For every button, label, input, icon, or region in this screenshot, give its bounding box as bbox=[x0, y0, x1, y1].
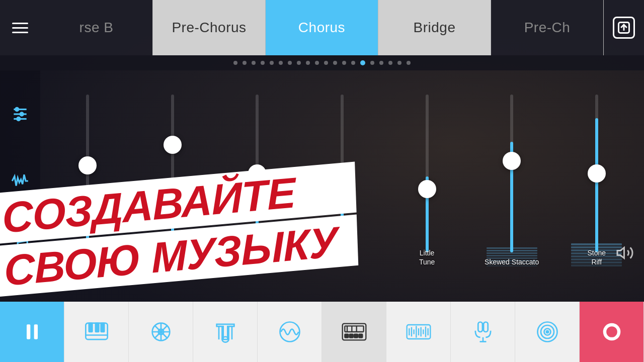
fader-track-6 bbox=[510, 95, 513, 253]
dot bbox=[388, 61, 392, 65]
guitar-button[interactable] bbox=[129, 302, 193, 362]
synth-icon bbox=[277, 319, 303, 345]
dot bbox=[270, 61, 274, 65]
dot bbox=[333, 61, 337, 65]
dot bbox=[243, 61, 247, 65]
dot bbox=[233, 61, 237, 65]
hamburger-line bbox=[12, 32, 28, 33]
svg-rect-49 bbox=[478, 322, 482, 332]
tab-chorus[interactable]: Chorus bbox=[266, 0, 378, 55]
svg-point-5 bbox=[16, 108, 19, 111]
fader-knob-2[interactable] bbox=[164, 136, 182, 154]
fader-knob-5[interactable] bbox=[418, 180, 436, 198]
tab-pre-chorus-2[interactable]: Pre-Ch bbox=[491, 0, 604, 55]
oscillator-icon bbox=[534, 319, 560, 345]
svg-point-7 bbox=[17, 117, 20, 120]
drum-machine-icon bbox=[340, 318, 368, 346]
svg-point-58 bbox=[606, 326, 617, 337]
channel-5: LittleTune bbox=[384, 80, 469, 266]
synth-button[interactable] bbox=[258, 302, 322, 362]
svg-rect-32 bbox=[345, 334, 348, 338]
svg-rect-50 bbox=[484, 322, 488, 332]
record-icon bbox=[599, 319, 625, 345]
fader-container-7 bbox=[554, 80, 639, 266]
dot bbox=[252, 61, 256, 65]
svg-marker-10 bbox=[617, 248, 624, 258]
volume-icon[interactable] bbox=[616, 244, 634, 264]
pause-button[interactable] bbox=[0, 302, 64, 362]
svg-point-56 bbox=[546, 331, 548, 333]
svg-rect-35 bbox=[359, 334, 362, 338]
fader-container-5 bbox=[384, 80, 469, 266]
hamburger-menu[interactable] bbox=[0, 0, 40, 55]
piano-button[interactable] bbox=[64, 302, 129, 362]
tab-bridge[interactable]: Bridge bbox=[378, 0, 491, 55]
dot bbox=[324, 61, 328, 65]
tab-verse-b[interactable]: rse B bbox=[40, 0, 153, 55]
svg-rect-33 bbox=[349, 334, 353, 338]
share-button[interactable] bbox=[604, 0, 644, 55]
section-tabs: rse B Pre-Chorus Chorus Bridge Pre-Ch bbox=[40, 0, 604, 55]
fader-track-7 bbox=[595, 95, 598, 253]
fader-fill-7 bbox=[595, 118, 598, 252]
channel-6: Skewed Staccato bbox=[469, 80, 554, 266]
oscillator-button[interactable] bbox=[515, 302, 580, 362]
dot bbox=[288, 61, 292, 65]
channel-label-5: LittleTune bbox=[384, 248, 469, 266]
page-indicator bbox=[0, 55, 644, 70]
top-navigation: rse B Pre-Chorus Chorus Bridge Pre-Ch bbox=[0, 0, 644, 55]
mixer-icon[interactable] bbox=[11, 105, 30, 124]
share-icon bbox=[613, 17, 635, 39]
hamburger-line bbox=[12, 23, 28, 24]
fader-container-6 bbox=[469, 80, 554, 266]
fader-knob-6[interactable] bbox=[503, 152, 521, 170]
sampler-button[interactable] bbox=[386, 302, 451, 362]
microphone-icon bbox=[470, 319, 496, 345]
dot bbox=[370, 61, 374, 65]
bottom-toolbar bbox=[0, 302, 644, 362]
svg-rect-12 bbox=[34, 324, 37, 339]
svg-rect-17 bbox=[101, 323, 104, 332]
svg-rect-16 bbox=[95, 323, 99, 332]
record-button[interactable] bbox=[580, 302, 644, 362]
microphone-button[interactable] bbox=[451, 302, 515, 362]
promotional-text: СОЗДАВАЙТЕ СВОЮ МУЗЫКУ bbox=[0, 193, 360, 297]
waveform-icon[interactable] bbox=[11, 171, 30, 191]
tab-pre-chorus[interactable]: Pre-Chorus bbox=[153, 0, 266, 55]
guitar-icon bbox=[148, 319, 174, 345]
dot bbox=[306, 61, 310, 65]
fader-knob-7[interactable] bbox=[588, 164, 606, 183]
hamburger-line bbox=[12, 27, 28, 29]
channel-label-6: Skewed Staccato bbox=[469, 257, 554, 266]
dot bbox=[351, 61, 355, 65]
fader-track-5 bbox=[426, 95, 429, 253]
svg-rect-34 bbox=[354, 334, 358, 338]
dot bbox=[407, 61, 411, 65]
dot bbox=[261, 61, 265, 65]
bass-icon bbox=[212, 319, 238, 345]
svg-rect-11 bbox=[27, 324, 30, 339]
dot bbox=[297, 61, 301, 65]
channel-7: StoneRiff bbox=[554, 80, 639, 266]
fader-knob-1[interactable] bbox=[78, 156, 97, 174]
dot bbox=[279, 61, 283, 65]
svg-point-6 bbox=[20, 112, 23, 115]
piano-icon bbox=[84, 319, 110, 345]
hamburger-icon bbox=[12, 23, 28, 33]
pause-icon bbox=[21, 321, 43, 343]
svg-rect-15 bbox=[89, 323, 92, 332]
dot-active bbox=[360, 60, 365, 65]
bass-button[interactable] bbox=[193, 302, 258, 362]
dot bbox=[342, 61, 346, 65]
dot bbox=[397, 61, 401, 65]
dot bbox=[315, 61, 319, 65]
drum-machine-button[interactable] bbox=[322, 302, 386, 362]
sampler-icon bbox=[405, 318, 433, 346]
dot bbox=[379, 61, 383, 65]
